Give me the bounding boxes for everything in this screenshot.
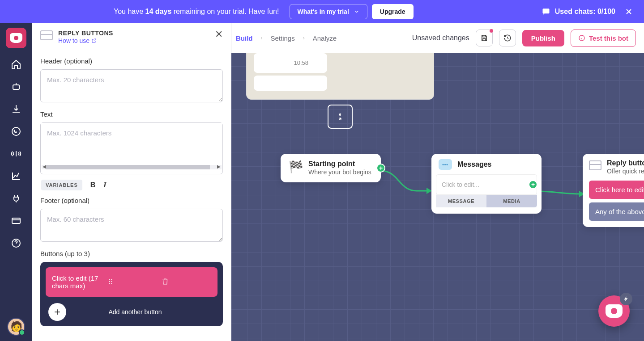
add-button-plus-icon[interactable]: +	[48, 303, 66, 321]
tab-analyze[interactable]: Analyze	[313, 34, 337, 42]
svg-point-11	[111, 283, 112, 284]
node-messages[interactable]: ••• Messages Click to edit... + MESSAGE …	[431, 154, 542, 214]
topbar-tabs: Build › Settings › Analyze	[236, 34, 337, 42]
tab-media[interactable]: MEDIA	[486, 195, 537, 207]
reply-node-header: Reply buttons Offer quick responses	[589, 159, 644, 175]
node-starting-point[interactable]: 🏁 Starting point Where your bot begins +	[281, 154, 381, 182]
svg-point-6	[109, 279, 110, 280]
whats-in-trial-button[interactable]: What's in my trial	[290, 4, 367, 19]
svg-point-10	[109, 283, 110, 284]
reply-option-2[interactable]: Any of the above	[589, 202, 644, 221]
tab-sep-1: ›	[261, 35, 263, 41]
buttons-field-label: Buttons (up to 3)	[40, 250, 223, 257]
external-link-icon	[91, 38, 97, 43]
text-format-tools: VARIABLES B I	[40, 180, 223, 190]
svg-rect-3	[12, 218, 20, 223]
reply-option-1[interactable]: Click here to edit	[589, 181, 644, 199]
tab-settings[interactable]: Settings	[271, 34, 295, 42]
buttons-container: Click to edit (17 chars max) + Add anoth…	[40, 262, 223, 326]
panel-body: Header (optional) Text ◀▶ VARIABLES B I …	[32, 48, 231, 341]
text-field-label: Text	[40, 110, 223, 118]
reply-buttons-icon	[40, 30, 53, 40]
output-port-messages[interactable]: +	[529, 180, 537, 189]
text-input[interactable]	[41, 123, 222, 163]
messages-tabs: MESSAGE MEDIA	[436, 195, 537, 207]
user-avatar[interactable]: 🧑	[7, 318, 25, 336]
italic-button[interactable]: I	[103, 181, 106, 189]
svg-point-2	[12, 127, 20, 135]
flag-icon: 🏁	[289, 160, 303, 176]
text-h-scrollbar[interactable]: ◀▶	[42, 165, 222, 169]
bold-button[interactable]: B	[90, 181, 96, 189]
topbar-actions: Unsaved changes Publish Test this bot	[412, 29, 636, 47]
home-icon[interactable]	[10, 58, 22, 71]
publish-button[interactable]: Publish	[522, 30, 564, 46]
footer-input[interactable]	[40, 209, 223, 242]
messages-edit-box[interactable]: Click to edit... +	[436, 174, 537, 195]
panel-close-button[interactable]: ✕	[215, 29, 223, 39]
svg-point-9	[111, 281, 112, 282]
flow-canvas[interactable]: Build › Settings › Analyze Unsaved chang…	[32, 23, 644, 341]
add-button-row[interactable]: + Add another button	[46, 303, 218, 321]
download-icon[interactable]	[10, 103, 22, 115]
save-button[interactable]	[476, 29, 493, 46]
chevron-down-icon	[354, 8, 360, 15]
tab-build[interactable]: Build	[236, 34, 253, 42]
svg-point-8	[109, 281, 110, 282]
app-logo[interactable]	[6, 28, 26, 48]
connector-messages-reply	[538, 189, 587, 202]
output-port-start[interactable]: +	[376, 164, 385, 173]
panel-header: REPLY BUTTONS How to use ✕	[32, 23, 231, 48]
unsaved-changes-text: Unsaved changes	[412, 34, 469, 42]
svg-rect-1	[13, 85, 19, 89]
node-reply-buttons[interactable]: Reply buttons Offer quick responses Clic…	[583, 154, 644, 227]
whatsapp-preview-card: 10:58	[246, 53, 434, 100]
close-banner-icon[interactable]	[624, 7, 633, 16]
preview-bubble-2	[254, 76, 327, 91]
collapse-preview-button[interactable]	[328, 105, 353, 129]
upgrade-button[interactable]: Upgrade	[372, 4, 414, 19]
svg-point-7	[111, 279, 112, 280]
reply-node-title: Reply buttons	[607, 159, 644, 167]
reply-node-sub: Offer quick responses	[607, 167, 644, 175]
svg-point-5	[579, 35, 584, 41]
howto-label: How to use	[58, 37, 90, 44]
help-icon[interactable]	[10, 237, 22, 249]
card-icon[interactable]	[10, 215, 22, 227]
tab-message[interactable]: MESSAGE	[436, 195, 486, 207]
chat-launcher-button[interactable]	[598, 295, 630, 327]
header-input[interactable]	[40, 69, 223, 102]
used-chats-value: 0/100	[597, 8, 615, 15]
variables-button[interactable]: VARIABLES	[41, 180, 82, 190]
start-node-sub: Where your bot begins	[308, 168, 371, 176]
analytics-icon[interactable]	[10, 170, 22, 182]
history-button[interactable]	[499, 29, 516, 46]
test-bot-button[interactable]: Test this bot	[571, 29, 636, 47]
used-chats-counter: Used chats: 0/100	[542, 7, 615, 16]
left-nav-strip: 🧑	[0, 23, 32, 341]
trial-days: 14 days	[145, 8, 172, 15]
chat-icon	[542, 7, 550, 16]
trial-text-post: remaining on your trial. Have fun!	[171, 8, 279, 15]
messages-edit-placeholder: Click to edit...	[442, 181, 479, 188]
drag-handle-icon[interactable]	[107, 278, 157, 287]
add-button-label: Add another button	[73, 308, 215, 316]
footer-field-label: Footer (optional)	[40, 197, 223, 204]
preview-bubble-1	[254, 53, 327, 73]
delete-button-icon[interactable]	[161, 278, 211, 287]
panel-title: REPLY BUTTONS	[58, 29, 113, 37]
unsaved-dot-icon	[490, 29, 493, 33]
start-node-title: Starting point	[308, 160, 371, 168]
whatsapp-icon[interactable]	[10, 125, 22, 138]
how-to-use-link[interactable]: How to use	[58, 37, 97, 44]
header-field-label: Header (optional)	[40, 57, 223, 65]
text-input-wrap: ◀▶	[40, 122, 223, 174]
test-bot-label: Test this bot	[589, 34, 628, 42]
messages-node-header: ••• Messages	[431, 159, 542, 174]
reply-button-item-1[interactable]: Click to edit (17 chars max)	[46, 267, 218, 297]
launcher-logo-icon	[606, 304, 623, 318]
collapse-arrows-icon	[336, 112, 345, 121]
broadcast-icon[interactable]	[10, 147, 22, 160]
plugin-icon[interactable]	[10, 192, 22, 205]
bot-icon[interactable]	[10, 80, 22, 93]
